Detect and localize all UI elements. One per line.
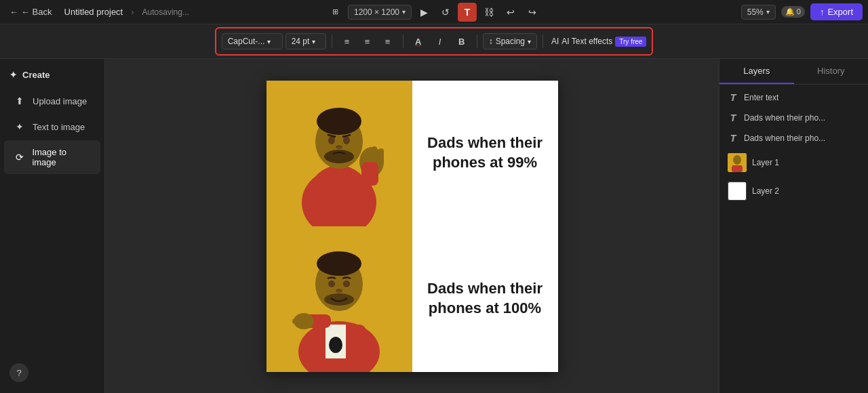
spacing-icon: ↕: [489, 37, 493, 46]
panel-tabs: Layers History: [719, 59, 868, 85]
font-name-label: CapCut-...: [228, 37, 265, 46]
divider-4: [542, 35, 543, 48]
text-tool-icon[interactable]: T: [458, 3, 477, 22]
meme-text-top: Dads when their phones at 99%: [426, 133, 545, 172]
svg-point-24: [328, 281, 335, 287]
project-name[interactable]: Untitled project: [64, 7, 123, 17]
layer-item-dads-top[interactable]: T Dads when their pho...: [719, 108, 868, 128]
layer-dads-top-name: Dads when their pho...: [744, 113, 825, 123]
canvas-size-button[interactable]: 1200 × 1200 ▾: [348, 5, 412, 20]
chevron-down-icon: ▾: [312, 38, 315, 45]
create-label: Create: [22, 70, 50, 80]
layer-2-thumb: [728, 182, 747, 201]
font-size-select[interactable]: 24 pt ▾: [285, 33, 326, 49]
text-effects-button[interactable]: AI AI Text effects Try free: [551, 37, 646, 47]
drake-approve-image: [267, 226, 412, 372]
align-right-button[interactable]: ≡: [378, 32, 397, 51]
meme-bottom-left: [267, 226, 412, 372]
align-left-button[interactable]: ≡: [338, 32, 357, 51]
sidebar-item-image-to-image[interactable]: ⟳ Image to image: [4, 140, 100, 174]
layer-text-icon-3: T: [728, 133, 738, 144]
meme-top-left: [267, 81, 412, 226]
link-icon[interactable]: ⛓: [479, 3, 498, 22]
sidebar-create: ✦ Create: [0, 64, 104, 85]
spacing-button[interactable]: ↕ Spacing ▾: [483, 33, 537, 49]
svg-rect-12: [365, 148, 370, 163]
svg-point-26: [336, 289, 342, 293]
tab-history[interactable]: History: [794, 59, 869, 84]
canvas-size-label: 1200 × 1200: [354, 7, 399, 17]
zoom-button[interactable]: 55% ▾: [741, 5, 776, 20]
align-group: ≡ ≡ ≡: [338, 32, 397, 51]
zoom-level: 55%: [747, 7, 764, 17]
sidebar-img2img-label: Image to image: [32, 147, 91, 167]
resize-icon[interactable]: ⊞: [326, 3, 345, 22]
text-toolbar-container: CapCut-... ▾ 24 pt ▾ ≡ ≡ ≡ A I B ↕ Spaci…: [0, 24, 868, 59]
back-label: ← Back: [21, 7, 52, 17]
sidebar-item-upload-image[interactable]: ⬆ Upload image: [4, 89, 100, 113]
svg-rect-33: [732, 165, 743, 172]
layer-item-enter-text[interactable]: T Enter text: [719, 87, 868, 108]
layer-item-dads-bottom[interactable]: T Dads when their pho...: [719, 128, 868, 148]
layer-1-thumb: [728, 153, 747, 172]
divider-3: [477, 35, 477, 48]
align-center-button[interactable]: ≡: [358, 32, 377, 51]
canvas-area[interactable]: Dads when their phones at 99%: [105, 59, 719, 393]
layer-item-1[interactable]: Layer 1: [719, 148, 868, 177]
meme-top-right: Dads when their phones at 99%: [412, 81, 558, 226]
text-color-button[interactable]: A: [409, 32, 428, 51]
svg-rect-13: [372, 146, 377, 163]
back-button[interactable]: ← ← Back: [5, 5, 56, 19]
svg-point-5: [317, 108, 361, 135]
chevron-down-icon: ▾: [402, 8, 406, 16]
top-bar: ← ← Back Untitled project › Autosaving..…: [0, 0, 868, 24]
top-bar-center: ⊞ 1200 × 1200 ▾ ▶ ↺ T ⛓ ↩ ↪: [326, 3, 542, 22]
bold-button[interactable]: B: [452, 32, 471, 51]
help-button[interactable]: ?: [9, 363, 28, 382]
try-free-badge[interactable]: Try free: [615, 37, 646, 47]
export-button[interactable]: ↑ Export: [810, 3, 863, 20]
meme-canvas[interactable]: Dads when their phones at 99%: [267, 81, 558, 372]
font-family-select[interactable]: CapCut-... ▾: [222, 33, 283, 49]
text-toolbar: CapCut-... ▾ 24 pt ▾ ≡ ≡ ≡ A I B ↕ Spaci…: [215, 27, 654, 56]
drake-reject-image: [267, 81, 412, 226]
notification-icon: 🔔: [785, 7, 797, 16]
layer-1-thumb-svg: [728, 153, 747, 172]
svg-point-27: [324, 293, 354, 306]
notification-badge[interactable]: 🔔 0: [781, 6, 805, 18]
export-label: Export: [827, 7, 853, 17]
sidebar-upload-label: Upload image: [33, 96, 87, 106]
layer-text-icon-2: T: [728, 112, 738, 123]
left-sidebar: ✦ Create ⬆ Upload image ✦ Text to image …: [0, 59, 105, 393]
layers-list: T Enter text T Dads when their pho... T …: [719, 85, 868, 393]
play-icon[interactable]: ▶: [414, 3, 433, 22]
refresh-icon[interactable]: ↺: [436, 3, 455, 22]
chevron-down-icon: ▾: [267, 38, 271, 45]
meme-text-bottom: Dads when their phones at 100%: [426, 279, 545, 318]
svg-point-25: [343, 281, 350, 287]
italic-button[interactable]: I: [431, 32, 450, 51]
sidebar-bottom: ?: [0, 358, 104, 388]
svg-point-7: [343, 136, 350, 144]
tab-layers[interactable]: Layers: [719, 59, 794, 84]
sidebar-item-text-to-image[interactable]: ✦ Text to image: [4, 115, 100, 139]
top-bar-right: 55% ▾ 🔔 0 ↑ Export: [741, 3, 863, 20]
back-arrow: ←: [9, 7, 18, 17]
main-layout: ✦ Create ⬆ Upload image ✦ Text to image …: [0, 59, 868, 393]
create-icon: ✦: [9, 70, 17, 80]
undo-icon[interactable]: ↩: [501, 3, 520, 22]
svg-point-6: [328, 136, 335, 144]
svg-point-23: [317, 251, 361, 276]
layer-item-2[interactable]: Layer 2: [719, 177, 868, 205]
meme-bottom-right: Dads when their phones at 100%: [412, 226, 558, 372]
sidebar-text-image-label: Text to image: [33, 122, 85, 132]
chevron-icon: ›: [131, 7, 134, 17]
canvas-wrapper: Dads when their phones at 99%: [267, 81, 558, 372]
layer-2-name: Layer 2: [752, 186, 779, 196]
chevron-down-icon: ▾: [528, 38, 531, 45]
redo-icon[interactable]: ↪: [523, 3, 542, 22]
text-effects-label: AI Text effects: [561, 37, 612, 46]
svg-point-32: [733, 155, 741, 165]
spacing-label: Spacing: [496, 37, 525, 46]
layer-enter-text-name: Enter text: [744, 93, 778, 102]
